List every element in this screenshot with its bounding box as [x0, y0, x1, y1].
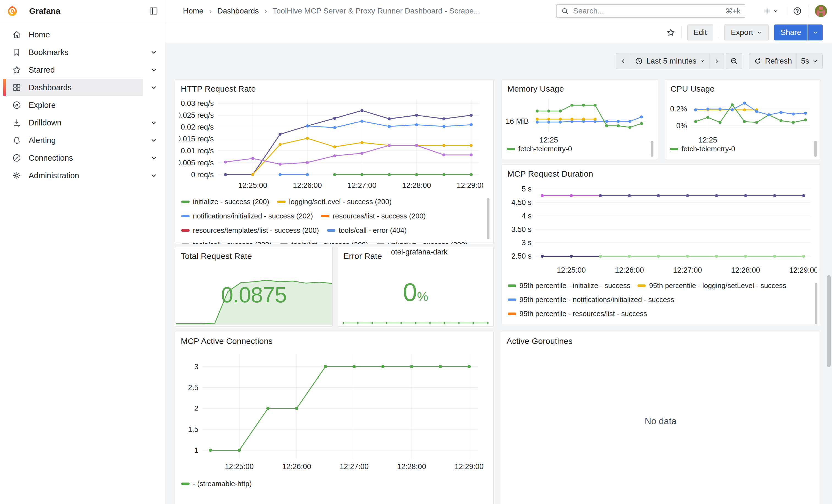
legend-item[interactable]: unknown - success (200): [376, 240, 467, 244]
time-range-label: Last 5 minutes: [646, 57, 696, 65]
legend-item[interactable]: - (streamable-http): [181, 479, 252, 488]
sidebar-item-starred[interactable]: Starred: [0, 61, 165, 79]
sidebar-item-explore[interactable]: Explore: [0, 96, 165, 114]
refresh-interval-picker[interactable]: 5s: [796, 53, 823, 69]
breadcrumb-dashboards[interactable]: Dashboards: [217, 7, 259, 16]
legend-swatch: [277, 201, 286, 203]
chevron-down-icon: [700, 58, 705, 64]
clock-icon: [635, 57, 643, 65]
search-input[interactable]: [573, 6, 722, 16]
panel-title[interactable]: Active Goroutines: [506, 337, 573, 346]
legend-item[interactable]: logging/setLevel - success (200): [277, 197, 391, 206]
legend-item[interactable]: resources/templates/list - success (200): [181, 226, 319, 235]
sidebar-item-home[interactable]: Home: [0, 26, 165, 44]
svg-text:12:25: 12:25: [540, 136, 558, 143]
memory-usage-chart[interactable]: 12:2516 MiB: [504, 94, 651, 143]
avatar[interactable]: [815, 5, 827, 17]
grafana-logo-icon[interactable]: [6, 5, 19, 17]
add-new-button[interactable]: [761, 6, 780, 16]
sidebar-item-administration[interactable]: Administration: [0, 167, 165, 184]
svg-text:0.015 req/s: 0.015 req/s: [179, 135, 214, 143]
svg-text:12:26:00: 12:26:00: [293, 181, 322, 190]
legend-swatch: [181, 201, 189, 203]
sidebar-item-dashboards[interactable]: Dashboards: [0, 79, 165, 96]
sidebar-item-label: Dashboards: [29, 83, 72, 92]
panel-error-rate: Error Rate 0%: [338, 247, 494, 326]
sidebar-item-alerting[interactable]: Alerting: [0, 132, 165, 149]
search-box[interactable]: ⌘+k: [556, 4, 745, 18]
edit-button[interactable]: Edit: [687, 25, 713, 41]
refresh-label: Refresh: [765, 57, 792, 65]
legend-item[interactable]: tools/list - success (200): [280, 240, 368, 244]
share-button[interactable]: Share: [774, 25, 807, 41]
chevron-down-icon[interactable]: [150, 66, 158, 74]
chevron-down-icon[interactable]: [150, 118, 158, 127]
cpu-usage-chart[interactable]: 12:250.2%0%: [666, 94, 816, 143]
page-scrollbar[interactable]: [827, 275, 831, 367]
legend-item[interactable]: 95th percentile - initialize - success: [508, 282, 630, 290]
error-rate-sparkline[interactable]: [338, 313, 493, 325]
legend-item[interactable]: initialize - success (200): [181, 197, 269, 206]
panel-title[interactable]: Error Rate: [343, 251, 382, 261]
chevron-down-icon[interactable]: [150, 154, 158, 162]
http-request-rate-chart[interactable]: 12:25:0012:26:0012:27:0012:28:0012:29:00…: [179, 96, 483, 191]
svg-text:0.02 req/s: 0.02 req/s: [181, 123, 214, 131]
panel-title[interactable]: CPU Usage: [671, 84, 714, 94]
legend-item[interactable]: fetch-telemetry-0: [507, 145, 572, 153]
mcp-request-duration-chart[interactable]: 12:25:0012:26:0012:27:0012:28:0012:29:00…: [504, 180, 816, 276]
chevron-down-icon[interactable]: [150, 48, 158, 56]
time-range-picker[interactable]: Last 5 minutes: [630, 53, 710, 69]
grafana-dashboard-app: Grafana Home › Dashboards › ToolHive MCP…: [0, 0, 832, 504]
active-indicator: [3, 79, 6, 96]
legend-item[interactable]: fetch-telemetry-0: [670, 145, 735, 153]
legend-swatch: [181, 215, 189, 217]
legend-item[interactable]: 95th percentile - notifications/initiali…: [508, 295, 674, 304]
legend-scrollbar[interactable]: [814, 141, 817, 157]
legend-scrollbar[interactable]: [651, 141, 653, 157]
sidebar-item-bookmarks[interactable]: Bookmarks: [0, 44, 165, 61]
error-rate-value: 0%: [338, 278, 493, 307]
panel-title[interactable]: MCP Active Connections: [181, 337, 272, 346]
panel-title[interactable]: Total Request Rate: [181, 251, 252, 261]
breadcrumb-home[interactable]: Home: [183, 7, 204, 16]
panel-title[interactable]: HTTP Request Rate: [181, 84, 256, 94]
panel-active-goroutines: Active Goroutines No data: [501, 332, 821, 504]
panel-title[interactable]: Memory Usage: [508, 84, 564, 94]
refresh-button[interactable]: Refresh: [749, 53, 797, 69]
legend-scrollbar[interactable]: [815, 283, 817, 324]
sidebar-item-drilldown[interactable]: Drilldown: [0, 114, 165, 132]
svg-text:2.5: 2.5: [188, 383, 198, 392]
chevron-down-icon[interactable]: [150, 83, 158, 91]
mcp-active-connections-chart[interactable]: 12:25:0012:26:0012:27:0012:28:0012:29:00…: [178, 350, 487, 474]
time-back-button[interactable]: [616, 53, 630, 69]
chevron-down-icon[interactable]: [150, 171, 158, 180]
home-icon: [12, 30, 22, 39]
chevron-down-icon: [773, 8, 778, 14]
panel-mcp-active-connections: MCP Active Connections 12:25:0012:26:001…: [175, 332, 494, 504]
help-icon[interactable]: [792, 6, 803, 16]
legend-scrollbar[interactable]: [487, 198, 490, 239]
time-forward-button[interactable]: [709, 53, 724, 69]
legend-item[interactable]: resources/list - success (200): [321, 212, 426, 220]
legend-item[interactable]: tools/call - success (200): [181, 240, 271, 244]
legend-label: initialize - success (200): [193, 197, 269, 206]
legend-item[interactable]: 95th percentile - resources/list - succe…: [508, 310, 647, 318]
divider: [681, 27, 682, 38]
export-button[interactable]: Export: [724, 25, 769, 41]
sidebar-toggle-icon[interactable]: [149, 6, 158, 16]
sidebar-item-connections[interactable]: Connections: [0, 149, 165, 167]
legend-item[interactable]: 95th percentile - logging/setLevel - suc…: [638, 282, 786, 290]
star-icon[interactable]: [666, 27, 676, 38]
legend-item[interactable]: tools/call - error (404): [327, 226, 407, 235]
legend-item[interactable]: notifications/initialized - success (202…: [181, 212, 313, 220]
share-caret-button[interactable]: [808, 25, 823, 41]
panel-title[interactable]: MCP Request Duration: [508, 169, 593, 179]
chevron-down-icon[interactable]: [150, 136, 158, 144]
brand-name[interactable]: Grafana: [29, 0, 60, 22]
no-data-message: No data: [501, 332, 820, 504]
svg-text:12:27:00: 12:27:00: [340, 462, 369, 471]
legend-item[interactable]: 95th percentile - resources/templates/li…: [508, 323, 680, 324]
divider: [719, 27, 719, 38]
zoom-out-button[interactable]: [726, 53, 742, 69]
legend-label: fetch-telemetry-0: [681, 145, 735, 153]
